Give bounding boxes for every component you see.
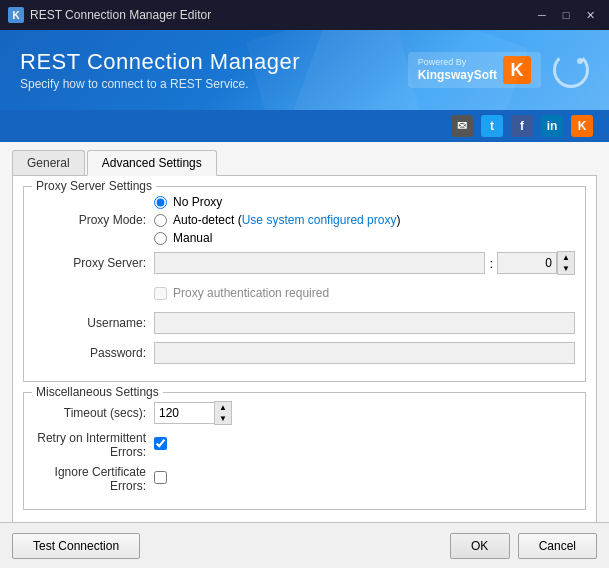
header: REST Connection Manager Specify how to c… — [0, 30, 609, 110]
app-subtitle: Specify how to connect to a REST Service… — [20, 77, 300, 91]
ignore-cert-label: Ignore Certificate Errors: — [34, 465, 154, 493]
username-input[interactable] — [154, 312, 575, 334]
footer: Test Connection OK Cancel — [0, 522, 609, 568]
proxy-server-input-row: : 0 ▲ ▼ — [154, 251, 575, 275]
password-control — [154, 342, 575, 364]
proxy-auth-label: Proxy authentication required — [173, 286, 329, 300]
proxy-server-input[interactable] — [154, 252, 485, 274]
port-spinner-buttons: ▲ ▼ — [557, 251, 575, 275]
timeout-label: Timeout (secs): — [34, 406, 154, 420]
auto-detect-link[interactable]: Use system configured proxy — [242, 213, 397, 227]
proxy-mode-group: No Proxy Auto-detect (Use system configu… — [154, 195, 575, 245]
password-row: Password: — [34, 341, 575, 365]
timeout-row: Timeout (secs): 120 ▲ ▼ — [34, 401, 575, 425]
misc-section: Miscellaneous Settings Timeout (secs): 1… — [23, 392, 586, 510]
close-button[interactable]: ✕ — [579, 5, 601, 25]
proxy-section: Proxy Server Settings Proxy Mode: No Pro… — [23, 186, 586, 382]
ignore-cert-checkbox[interactable] — [154, 471, 167, 484]
manual-label: Manual — [173, 231, 212, 245]
title-bar-controls: ─ □ ✕ — [531, 5, 601, 25]
auto-detect-label: Auto-detect (Use system configured proxy… — [173, 213, 400, 227]
retry-row: Retry on Intermittent Errors: — [34, 431, 575, 459]
footer-right: OK Cancel — [450, 533, 597, 559]
powered-by-text: Powered By — [418, 57, 497, 68]
proxy-port-spinner: 0 ▲ ▼ — [497, 251, 575, 275]
proxy-port-input[interactable]: 0 — [497, 252, 557, 274]
username-label: Username: — [34, 316, 154, 330]
port-colon: : — [489, 256, 493, 271]
proxy-section-title: Proxy Server Settings — [32, 179, 156, 193]
cancel-button[interactable]: Cancel — [518, 533, 597, 559]
retry-checkbox[interactable] — [154, 437, 167, 450]
port-decrement-button[interactable]: ▼ — [558, 263, 574, 274]
timeout-spinner-buttons: ▲ ▼ — [214, 401, 232, 425]
username-row: Username: — [34, 311, 575, 335]
settings-panel: Proxy Server Settings Proxy Mode: No Pro… — [12, 175, 597, 522]
timeout-increment-button[interactable]: ▲ — [215, 402, 231, 413]
password-input[interactable] — [154, 342, 575, 364]
ks-k-logo: K — [503, 56, 531, 84]
tab-advanced-settings[interactable]: Advanced Settings — [87, 150, 217, 176]
timeout-input[interactable]: 120 — [154, 402, 214, 424]
proxy-mode-row: Proxy Mode: No Proxy Auto-detect (Use sy… — [34, 195, 575, 245]
minimize-button[interactable]: ─ — [531, 5, 553, 25]
password-label: Password: — [34, 346, 154, 360]
auto-detect-option[interactable]: Auto-detect (Use system configured proxy… — [154, 213, 575, 227]
email-icon[interactable]: ✉ — [451, 115, 473, 137]
ignore-cert-control — [154, 471, 575, 487]
timeout-control: 120 ▲ ▼ — [154, 401, 575, 425]
tab-general[interactable]: General — [12, 150, 85, 175]
linkedin-icon[interactable]: in — [541, 115, 563, 137]
no-proxy-option[interactable]: No Proxy — [154, 195, 575, 209]
ignore-cert-row: Ignore Certificate Errors: — [34, 465, 575, 493]
app-icon: K — [8, 7, 24, 23]
facebook-icon[interactable]: f — [511, 115, 533, 137]
header-right: Powered By KingswaySoft K — [408, 52, 589, 88]
app-title: REST Connection Manager — [20, 49, 300, 75]
no-proxy-label: No Proxy — [173, 195, 222, 209]
title-bar: K REST Connection Manager Editor ─ □ ✕ — [0, 0, 609, 30]
auto-detect-radio[interactable] — [154, 214, 167, 227]
swirl-icon — [553, 52, 589, 88]
manual-radio[interactable] — [154, 232, 167, 245]
test-connection-button[interactable]: Test Connection — [12, 533, 140, 559]
manual-option[interactable]: Manual — [154, 231, 575, 245]
no-proxy-radio[interactable] — [154, 196, 167, 209]
header-left: REST Connection Manager Specify how to c… — [20, 49, 300, 91]
proxy-server-control: : 0 ▲ ▼ — [154, 251, 575, 275]
proxy-server-row: Proxy Server: : 0 ▲ ▼ — [34, 251, 575, 275]
username-control — [154, 312, 575, 334]
ks-logo: Powered By KingswaySoft K — [408, 52, 541, 88]
proxy-auth-row: Proxy authentication required — [34, 281, 575, 305]
tabs: General Advanced Settings — [12, 150, 597, 175]
retry-control — [154, 437, 575, 453]
main-content: General Advanced Settings Proxy Server S… — [0, 142, 609, 522]
proxy-mode-label: Proxy Mode: — [34, 213, 154, 227]
maximize-button[interactable]: □ — [555, 5, 577, 25]
misc-section-title: Miscellaneous Settings — [32, 385, 163, 399]
timeout-decrement-button[interactable]: ▼ — [215, 413, 231, 424]
timeout-spinner: 120 ▲ ▼ — [154, 401, 575, 425]
title-bar-left: K REST Connection Manager Editor — [8, 7, 211, 23]
proxy-auth-checkbox[interactable] — [154, 287, 167, 300]
port-increment-button[interactable]: ▲ — [558, 252, 574, 263]
window-title: REST Connection Manager Editor — [30, 8, 211, 22]
twitter-icon[interactable]: t — [481, 115, 503, 137]
retry-label: Retry on Intermittent Errors: — [34, 431, 154, 459]
proxy-auth-control: Proxy authentication required — [154, 286, 575, 300]
ok-button[interactable]: OK — [450, 533, 510, 559]
logo-name-text: KingswaySoft — [418, 68, 497, 82]
k-icon[interactable]: K — [571, 115, 593, 137]
proxy-auth-option[interactable]: Proxy authentication required — [154, 286, 575, 300]
proxy-server-label: Proxy Server: — [34, 256, 154, 270]
social-bar: ✉ t f in K — [0, 110, 609, 142]
